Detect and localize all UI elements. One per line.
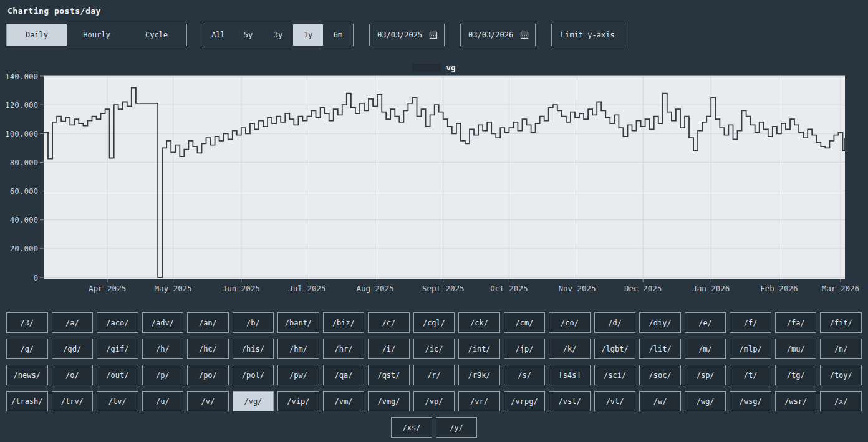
y-axis-label: 40.000: [10, 215, 38, 224]
view-mode-cycle-button[interactable]: Cycle: [127, 24, 186, 46]
view-mode-hourly-button[interactable]: Hourly: [67, 24, 127, 46]
board-button-toy[interactable]: /toy/: [820, 365, 862, 385]
board-button-cgl[interactable]: /cgl/: [413, 312, 455, 333]
board-button-d[interactable]: /d/: [594, 312, 636, 333]
board-button-an[interactable]: /an/: [187, 312, 229, 333]
date-from-input[interactable]: 03/03/2025: [369, 24, 445, 46]
chart-legend-item[interactable]: vg: [0, 63, 868, 72]
board-button-sci[interactable]: /sci/: [594, 365, 636, 385]
board-button-3[interactable]: /3/: [6, 312, 48, 333]
board-button-b[interactable]: /b/: [233, 312, 274, 333]
y-axis-label: 80.000: [10, 158, 38, 167]
board-button-r[interactable]: /r/: [413, 365, 455, 385]
board-button-bant[interactable]: /bant/: [277, 312, 319, 333]
board-button-gif[interactable]: /gif/: [97, 339, 138, 359]
board-button-wsg[interactable]: /wsg/: [730, 391, 771, 411]
board-button-e[interactable]: /e/: [685, 312, 726, 333]
board-button-co[interactable]: /co/: [549, 312, 591, 333]
board-button-trv[interactable]: /trv/: [52, 391, 94, 411]
board-button-tg[interactable]: /tg/: [775, 365, 817, 385]
board-button-v[interactable]: /v/: [187, 391, 229, 411]
y-axis-label: 100.000: [5, 129, 38, 138]
board-button-x[interactable]: /x/: [820, 391, 862, 411]
board-button-qst[interactable]: /qst/: [368, 365, 410, 385]
board-button-n[interactable]: /n/: [820, 339, 862, 359]
board-button-pw[interactable]: /pw/: [277, 365, 319, 385]
range-3y-button[interactable]: 3y: [263, 24, 293, 46]
board-button-hm[interactable]: /hm/: [277, 339, 319, 359]
board-button-biz[interactable]: /biz/: [323, 312, 365, 333]
board-button-out[interactable]: /out/: [97, 365, 138, 385]
board-button-po[interactable]: /po/: [187, 365, 229, 385]
board-button-soc[interactable]: /soc/: [639, 365, 681, 385]
board-button-y[interactable]: /y/: [436, 417, 477, 438]
board-button-g[interactable]: /g/: [6, 339, 48, 359]
range-6m-button[interactable]: 6m: [323, 24, 353, 46]
board-button-mu[interactable]: /mu/: [775, 339, 817, 359]
board-button-s[interactable]: /s/: [504, 365, 546, 385]
range-all-button[interactable]: All: [203, 24, 233, 46]
board-button-qa[interactable]: /qa/: [323, 365, 365, 385]
board-button-t[interactable]: /t/: [730, 365, 771, 385]
board-button-hc[interactable]: /hc/: [187, 339, 229, 359]
board-button-vr[interactable]: /vr/: [458, 391, 500, 411]
board-button-ck[interactable]: /ck/: [458, 312, 500, 333]
board-button-wg[interactable]: /wg/: [685, 391, 726, 411]
board-button-wsr[interactable]: /wsr/: [775, 391, 817, 411]
posts-per-day-chart[interactable]: Apr 2025May 2025Jun 2025Jul 2025Aug 2025…: [0, 72, 868, 295]
board-button-int[interactable]: /int/: [458, 339, 500, 359]
board-button-vg[interactable]: /vg/: [233, 391, 274, 411]
y-axis-label: 0: [33, 273, 38, 282]
board-button-ic[interactable]: /ic/: [413, 339, 455, 359]
view-mode-control: Daily Hourly Cycle: [6, 24, 187, 46]
board-button-diy[interactable]: /diy/: [639, 312, 681, 333]
board-button-a[interactable]: /a/: [52, 312, 94, 333]
board-button-grid-last-row: /xs//y/: [0, 417, 868, 438]
board-button-o[interactable]: /o/: [52, 365, 94, 385]
board-button-xs[interactable]: /xs/: [391, 417, 432, 438]
board-button-i[interactable]: /i/: [368, 339, 410, 359]
board-button-k[interactable]: /k/: [549, 339, 591, 359]
board-button-c[interactable]: /c/: [368, 312, 410, 333]
board-button-adv[interactable]: /adv/: [142, 312, 184, 333]
board-button-trash[interactable]: /trash/: [6, 391, 48, 411]
board-button-u[interactable]: /u/: [142, 391, 184, 411]
board-button-mlp[interactable]: /mlp/: [730, 339, 771, 359]
board-button-vp[interactable]: /vp/: [413, 391, 455, 411]
board-button-vt[interactable]: /vt/: [594, 391, 636, 411]
calendar-icon[interactable]: [520, 31, 529, 39]
board-button-lit[interactable]: /lit/: [639, 339, 681, 359]
board-button-his[interactable]: /his/: [233, 339, 274, 359]
board-button-hr[interactable]: /hr/: [323, 339, 365, 359]
board-button-fa[interactable]: /fa/: [775, 312, 817, 333]
limit-y-axis-button[interactable]: Limit y-axis: [551, 24, 624, 46]
board-button-f[interactable]: /f/: [730, 312, 771, 333]
range-1y-button[interactable]: 1y: [293, 24, 323, 46]
board-button-h[interactable]: /h/: [142, 339, 184, 359]
board-button-s4s[interactable]: [s4s]: [549, 365, 591, 385]
calendar-icon[interactable]: [429, 31, 438, 39]
board-button-sp[interactable]: /sp/: [685, 365, 726, 385]
board-button-tv[interactable]: /tv/: [97, 391, 138, 411]
board-button-m[interactable]: /m/: [685, 339, 726, 359]
range-5y-button[interactable]: 5y: [233, 24, 263, 46]
y-axis-label: 120.000: [5, 100, 38, 110]
board-button-vm[interactable]: /vm/: [323, 391, 365, 411]
view-mode-daily-button[interactable]: Daily: [7, 24, 67, 46]
board-button-pol[interactable]: /pol/: [233, 365, 274, 385]
board-button-jp[interactable]: /jp/: [504, 339, 546, 359]
date-to-input[interactable]: 03/03/2026: [460, 24, 536, 46]
board-button-lgbt[interactable]: /lgbt/: [594, 339, 636, 359]
board-button-w[interactable]: /w/: [639, 391, 681, 411]
board-button-vrpg[interactable]: /vrpg/: [504, 391, 546, 411]
board-button-vst[interactable]: /vst/: [549, 391, 591, 411]
board-button-vip[interactable]: /vip/: [277, 391, 319, 411]
board-button-p[interactable]: /p/: [142, 365, 184, 385]
board-button-gd[interactable]: /gd/: [52, 339, 94, 359]
board-button-vmg[interactable]: /vmg/: [368, 391, 410, 411]
board-button-aco[interactable]: /aco/: [97, 312, 138, 333]
board-button-news[interactable]: /news/: [6, 365, 48, 385]
board-button-fit[interactable]: /fit/: [820, 312, 862, 333]
board-button-cm[interactable]: /cm/: [504, 312, 546, 333]
board-button-r9k[interactable]: /r9k/: [458, 365, 500, 385]
